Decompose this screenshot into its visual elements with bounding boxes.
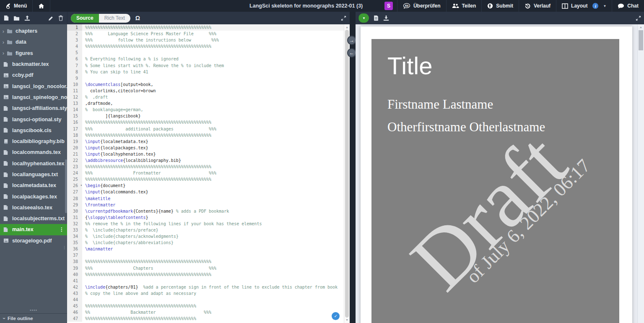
- tree-item-localcommands-tex[interactable]: localcommands.tex: [0, 147, 67, 158]
- new-folder-button[interactable]: [13, 16, 20, 21]
- code-line-44[interactable]: 44: [67, 297, 350, 303]
- code-line-40[interactable]: 40%%%%%%%%%%%%%%%%%%%%%%%%%%%%%%%%%%%%%%…: [67, 271, 350, 278]
- code-line-2[interactable]: 2%%% Language Science Press Master File …: [67, 31, 350, 37]
- code-line-11[interactable]: 11 colorlinks,citecolor=brown: [67, 88, 350, 94]
- expand-left-button[interactable]: ←: [347, 48, 356, 57]
- file-outline-header[interactable]: › File outline: [0, 313, 67, 323]
- code-line-16[interactable]: 16%%%%%%%%%%%%%%%%%%%%%%%%%%%%%%%%%%%%%%…: [67, 119, 350, 125]
- code-line-3[interactable]: 3%%% follow the instructions below %%%: [67, 37, 350, 43]
- code-line-35[interactable]: 35% \include{chapters/abbreviations}: [67, 240, 350, 246]
- code-line-9[interactable]: 9: [67, 75, 350, 81]
- tree-item-localhyphenation-tex[interactable]: localhyphenation.tex: [0, 158, 67, 169]
- code-line-12[interactable]: 12% ,draft: [67, 94, 350, 100]
- tree-item-langsci-optional-sty[interactable]: langsci-optional.sty: [0, 114, 67, 125]
- code-line-8[interactable]: 8% You can skip to line 41: [67, 69, 350, 75]
- editor-scrollbar-thumb[interactable]: [345, 30, 349, 318]
- code-line-30[interactable]: 30\currentpdfbookmark{Contents}{name} % …: [67, 208, 350, 214]
- pane-divider[interactable]: [350, 24, 356, 323]
- symbol-palette-button[interactable]: Ω: [135, 15, 140, 21]
- scroll-down-icon[interactable]: ▼: [344, 318, 350, 322]
- tree-item-storagelogo-pdf[interactable]: storagelogo.pdf: [0, 235, 67, 246]
- code-line-47[interactable]: 47%%%%%%%%%%%%%%%%%%%%%%%%%%%%%%%%%%%%%%…: [67, 315, 350, 322]
- code-line-15[interactable]: 15 ]{langscibook}: [67, 113, 350, 119]
- share-button[interactable]: Teilen: [446, 0, 482, 12]
- code-line-6[interactable]: 6% Everything following a % is ignored: [67, 56, 350, 62]
- code-line-7[interactable]: 7% Some lines start with %. Remove the %…: [67, 63, 350, 69]
- tree-item-localsubjectterms-txt[interactable]: localsubjectterms.txt: [0, 213, 67, 224]
- editor-expand-button[interactable]: [341, 16, 346, 21]
- source-mode-button[interactable]: Source: [71, 14, 99, 23]
- fold-marker-icon[interactable]: ▾: [80, 182, 82, 189]
- code-line-37[interactable]: 37: [67, 252, 350, 258]
- tree-item-main-tex[interactable]: main.tex⋮: [0, 224, 67, 235]
- code-line-33[interactable]: 33% \include{chapters/preface}: [67, 227, 350, 233]
- code-line-39[interactable]: 39%%% Chapters %%%: [67, 265, 350, 271]
- tree-item-langsci-affiliations-sty[interactable]: langsci-affiliations.sty: [0, 103, 67, 114]
- download-pdf-button[interactable]: [383, 15, 389, 21]
- code-line-14[interactable]: 14% booklanguage=german,: [67, 107, 350, 113]
- code-line-18[interactable]: 18%%%%%%%%%%%%%%%%%%%%%%%%%%%%%%%%%%%%%%…: [67, 132, 350, 138]
- code-line-28[interactable]: 28\maketitle: [67, 195, 350, 202]
- menu-button[interactable]: Menü: [0, 0, 33, 12]
- code-line-27[interactable]: 27\input{localcommands.tex}: [67, 189, 350, 195]
- code-line-20[interactable]: 20\input{localpackages.tex}: [67, 145, 350, 151]
- code-line-41[interactable]: 41: [67, 278, 350, 284]
- code-line-10[interactable]: 10\documentclass[output=book,: [67, 81, 350, 88]
- account-button[interactable]: S: [380, 0, 397, 12]
- source-editor[interactable]: 1%%%%%%%%%%%%%%%%%%%%%%%%%%%%%%%%%%%%%%%…: [67, 24, 350, 323]
- pdf-scroll-up-icon[interactable]: ▲: [638, 26, 644, 29]
- upload-button[interactable]: [24, 15, 30, 21]
- chat-button[interactable]: Chat: [612, 0, 644, 12]
- code-line-17[interactable]: 17%%% additional packages %%%: [67, 126, 350, 132]
- pdf-scrollbar-thumb[interactable]: [639, 30, 643, 50]
- layout-button[interactable]: Layout i ▼: [556, 0, 612, 12]
- code-line-36[interactable]: 36\mainmatter: [67, 246, 350, 252]
- code-line-19[interactable]: 19\input{localmetadata.tex}: [67, 138, 350, 145]
- rich-text-mode-button[interactable]: Rich Text: [99, 14, 130, 23]
- new-file-button[interactable]: [4, 15, 9, 21]
- tree-item-figures[interactable]: ›figures: [0, 48, 67, 59]
- recompile-dropdown[interactable]: ▼: [358, 13, 369, 23]
- compile-log-button[interactable]: [374, 15, 379, 21]
- code-line-29[interactable]: 29\frontmatter: [67, 202, 350, 208]
- review-button[interactable]: Ab Überprüfen: [397, 0, 446, 12]
- code-line-13[interactable]: 13,draftmode,: [67, 100, 350, 107]
- code-line-25[interactable]: 25%%%%%%%%%%%%%%%%%%%%%%%%%%%%%%%%%%%%%%…: [67, 176, 350, 182]
- editor-scrollbar[interactable]: ▲ ▼: [344, 24, 350, 323]
- code-line-4[interactable]: 4%%%%%%%%%%%%%%%%%%%%%%%%%%%%%%%%%%%%%%%…: [67, 43, 350, 49]
- code-line-22[interactable]: 22\addbibresource{localbibliography.bib}: [67, 157, 350, 164]
- tree-item-localmetadata-tex[interactable]: localmetadata.tex: [0, 180, 67, 191]
- tree-item-backmatter-tex[interactable]: backmatter.tex: [0, 59, 67, 70]
- scroll-up-icon[interactable]: ▲: [344, 26, 350, 29]
- expand-right-button[interactable]: →: [347, 36, 356, 45]
- tree-item-langsci-spinelogo-noc-[interactable]: langsci_spinelogo_noc...: [0, 92, 67, 103]
- rename-button[interactable]: [48, 16, 54, 21]
- code-line-1[interactable]: 1%%%%%%%%%%%%%%%%%%%%%%%%%%%%%%%%%%%%%%%…: [67, 24, 350, 31]
- code-line-45[interactable]: 45%%%%%%%%%%%%%%%%%%%%%%%%%%%%%%%%%%%%%%…: [67, 303, 350, 309]
- tree-item-ccby-pdf[interactable]: ccby.pdf: [0, 70, 67, 81]
- tree-item-data[interactable]: ›data: [0, 36, 67, 47]
- tree-item-chapters[interactable]: ›chapters: [0, 26, 67, 36]
- delete-button[interactable]: [58, 15, 63, 21]
- code-line-5[interactable]: 5: [67, 49, 350, 56]
- home-button[interactable]: [33, 0, 50, 12]
- code-line-34[interactable]: 34% \include{chapters/acknowledgments}: [67, 233, 350, 240]
- tree-item-localseealso-tex[interactable]: localseealso.tex: [0, 202, 67, 213]
- tree-item-langscibook-cls[interactable]: langscibook.cls: [0, 125, 67, 136]
- code-line-26[interactable]: 26▾\begin{document}: [67, 182, 350, 189]
- submit-button[interactable]: Submit: [481, 0, 519, 12]
- code-line-46[interactable]: 46%% Backmatter %%%: [67, 309, 350, 315]
- code-line-38[interactable]: 38%%%%%%%%%%%%%%%%%%%%%%%%%%%%%%%%%%%%%%…: [67, 258, 350, 265]
- sidebar-drag-handle[interactable]: ⋮: [62, 247, 66, 248]
- code-line-24[interactable]: 24%%% Frontmatter %%%: [67, 170, 350, 176]
- code-line-43[interactable]: 43% copy the line above and adapt as nec…: [67, 290, 350, 297]
- code-line-32[interactable]: 32%% remove the % in the following lines…: [67, 221, 350, 227]
- tree-item-langsci-logo-nocolor-[interactable]: langsci_logo_nocolor....: [0, 81, 67, 91]
- code-line-23[interactable]: 23%%%%%%%%%%%%%%%%%%%%%%%%%%%%%%%%%%%%%%…: [67, 164, 350, 170]
- tree-item-locallanguages-txt[interactable]: locallanguages.txt: [0, 169, 67, 180]
- pdf-scrollbar[interactable]: ▲: [637, 24, 644, 323]
- code-line-42[interactable]: 42\include{chapters/01} %add a percentag…: [67, 284, 350, 290]
- outline-drag-handle[interactable]: ••••: [30, 308, 37, 313]
- pdf-expand-button[interactable]: [636, 16, 641, 21]
- tree-item-localpackages-tex[interactable]: localpackages.tex: [0, 191, 67, 202]
